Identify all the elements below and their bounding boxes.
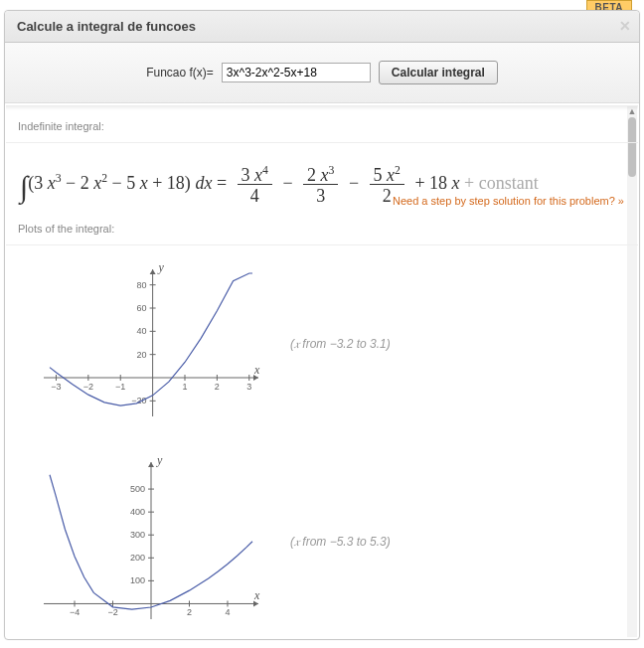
page-title: Calcule a integral de funcoes [17,19,196,34]
plot1-range-label: (𝑥 from −3.2 to 3.1) [290,337,391,351]
svg-text:300: 300 [130,530,145,540]
svg-text:3: 3 [246,382,251,392]
plot-small-range: −3−2−1123−2020406080yx [20,259,268,428]
svg-text:−3: −3 [51,382,61,392]
plot2-range-label: (𝑥 from −5.3 to 5.3) [290,535,391,549]
svg-text:20: 20 [137,350,147,360]
plot-wide-range: −4−224100200300400500yx [20,452,268,631]
svg-text:100: 100 [130,575,145,585]
svg-text:40: 40 [137,326,147,336]
svg-text:200: 200 [130,553,145,563]
svg-text:−1: −1 [115,382,125,392]
section-header-plots: Plots of the integral: [6,213,638,245]
content-scroll: Indefinite integral: ∫(3 x3 − 2 x2 − 5 x… [6,105,638,638]
svg-text:y: y [156,453,163,467]
function-label: Funcao f(x)= [146,66,214,80]
svg-text:60: 60 [137,303,147,313]
svg-text:x: x [253,363,260,377]
calculate-button[interactable]: Calcular integral [379,61,498,84]
svg-text:2: 2 [215,382,220,392]
svg-text:80: 80 [137,280,147,290]
step-by-step-link[interactable]: Need a step by step solution for this pr… [393,195,624,207]
svg-text:−4: −4 [70,607,80,617]
svg-text:−2: −2 [107,607,117,617]
main-panel: Calcule a integral de funcoes ✕ Funcao f… [4,10,640,640]
toolbar: Funcao f(x)= Calcular integral [5,43,639,103]
svg-text:4: 4 [225,607,230,617]
svg-text:x: x [253,588,260,602]
close-icon[interactable]: ✕ [619,18,631,34]
svg-text:400: 400 [130,507,145,517]
function-input[interactable] [222,63,371,82]
svg-text:1: 1 [182,382,187,392]
titlebar: Calcule a integral de funcoes ✕ [5,11,639,43]
section-header-indefinite: Indefinite integral: [6,110,638,143]
svg-text:500: 500 [130,484,145,494]
integral-result: ∫(3 x3 − 2 x2 − 5 x + 18) dx = 3 x44 − 2… [6,143,638,213]
svg-text:−2: −2 [83,382,93,392]
svg-text:2: 2 [187,607,192,617]
svg-text:y: y [158,260,165,274]
